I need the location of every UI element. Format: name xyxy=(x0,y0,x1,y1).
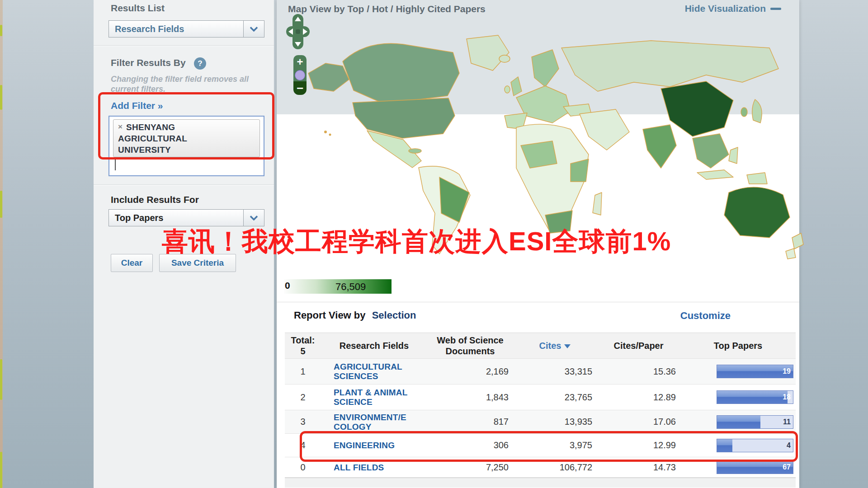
report-title-selection: Selection xyxy=(372,310,416,321)
divider xyxy=(94,184,274,185)
filter-note: Changing the filter field removes all cu… xyxy=(111,74,269,94)
pan-left-icon[interactable] xyxy=(288,28,293,35)
top-papers-cell: 11 xyxy=(680,410,796,433)
col-header-cites[interactable]: Cites xyxy=(513,333,597,358)
docs-cell: 817 xyxy=(427,410,513,433)
col-header-research-fields[interactable]: Research Fields xyxy=(321,333,427,358)
top-papers-cell: 18 xyxy=(680,385,796,410)
annotation-rect-filter xyxy=(98,92,274,160)
chevron-down-icon xyxy=(250,212,258,221)
include-results-selected-value: Top Papers xyxy=(109,213,243,223)
field-cell: AGRICULTURALSCIENCES xyxy=(321,359,427,384)
photo-edge-artifact xyxy=(0,359,2,400)
scale-max-label: 76,509 xyxy=(335,281,366,293)
include-results-heading: Include Results For xyxy=(111,194,199,205)
top-papers-value: 67 xyxy=(783,463,791,471)
hide-visualization-label: Hide Visualization xyxy=(685,3,766,14)
table-row: 3 ENVIRONMENT/ECOLOGY 817 13,935 17.06 1… xyxy=(285,410,796,434)
table-row: 1 AGRICULTURALSCIENCES 2,169 33,315 15.3… xyxy=(285,359,796,385)
col-header-total: Total:5 xyxy=(285,333,321,358)
top-papers-bar: 18 xyxy=(717,390,793,404)
annotation-rect-engineering-row xyxy=(300,431,798,462)
table-footer xyxy=(285,478,796,488)
chevron-down-icon xyxy=(250,23,258,32)
customize-link[interactable]: Customize xyxy=(680,310,731,322)
top-papers-bar: 19 xyxy=(717,365,793,378)
photo-edge-artifact xyxy=(0,25,2,36)
table-row: 2 PLANT & ANIMALSCIENCE 1,843 23,765 12.… xyxy=(285,385,796,410)
top-papers-cell: 19 xyxy=(680,359,796,384)
results-list-selected-value: Research Fields xyxy=(109,24,243,34)
scale-min-label: 0 xyxy=(285,280,290,291)
cites-per-paper-cell: 17.06 xyxy=(597,410,680,433)
text-cursor xyxy=(115,158,116,170)
results-list-heading: Results List xyxy=(111,3,165,14)
top-papers-value: 11 xyxy=(783,418,791,426)
minimize-icon xyxy=(770,8,781,10)
top-papers-bar: 67 xyxy=(717,460,793,474)
announcement-banner-text: 喜讯！我校工程学科首次进入ESI全球前1% xyxy=(162,224,671,259)
sort-descending-icon xyxy=(564,344,571,348)
table-header-row: Total:5 Research Fields Web of ScienceDo… xyxy=(285,333,796,359)
help-icon[interactable]: ? xyxy=(194,57,206,70)
research-field-link[interactable]: ALL FIELDS xyxy=(334,463,384,472)
divider xyxy=(277,302,799,302)
top-papers-value: 19 xyxy=(783,367,791,375)
cites-cell: 23,765 xyxy=(513,385,597,410)
include-results-dropdown-button[interactable] xyxy=(243,210,264,226)
cites-cell: 33,315 xyxy=(513,359,597,384)
photo-edge-artifact xyxy=(0,85,2,110)
photo-edge-artifact xyxy=(0,191,2,218)
map-view-title: Map View by Top / Hot / Highly Cited Pap… xyxy=(288,4,486,14)
rank-cell: 3 xyxy=(285,410,321,433)
report-table: Total:5 Research Fields Web of ScienceDo… xyxy=(285,333,796,488)
pan-up-icon[interactable] xyxy=(295,17,301,21)
docs-cell: 1,843 xyxy=(427,385,513,410)
report-title-prefix: Report View by xyxy=(294,310,366,321)
rank-cell: 2 xyxy=(285,385,321,410)
top-papers-bar: 11 xyxy=(717,415,793,429)
docs-cell: 2,169 xyxy=(427,359,513,384)
field-cell: ENVIRONMENT/ECOLOGY xyxy=(321,410,427,433)
col-header-top-papers[interactable]: Top Papers xyxy=(680,333,796,358)
photo-edge-strip xyxy=(0,0,3,488)
clear-button[interactable]: Clear xyxy=(111,254,153,272)
cites-per-paper-cell: 15.36 xyxy=(597,359,680,384)
col-header-cites-per-paper[interactable]: Cites/Paper xyxy=(597,333,680,358)
cites-per-paper-cell: 12.89 xyxy=(597,385,680,410)
col-header-wos-documents[interactable]: Web of ScienceDocuments xyxy=(427,333,513,358)
filter-results-heading: Filter Results By xyxy=(111,57,186,68)
report-view-title: Report View by Selection xyxy=(294,310,416,321)
results-list-dropdown-button[interactable] xyxy=(243,21,264,37)
hide-visualization-link[interactable]: Hide Visualization xyxy=(685,3,781,14)
divider xyxy=(94,45,274,46)
cites-cell: 13,935 xyxy=(513,410,597,433)
photo-edge-artifact xyxy=(0,452,2,488)
research-field-link[interactable]: PLANT & ANIMALSCIENCE xyxy=(334,388,408,407)
research-field-link[interactable]: AGRICULTURALSCIENCES xyxy=(334,362,402,381)
results-list-select[interactable]: Research Fields xyxy=(108,20,264,38)
top-papers-value: 18 xyxy=(783,393,791,401)
research-field-link[interactable]: ENVIRONMENT/ECOLOGY xyxy=(334,413,406,432)
rank-cell: 1 xyxy=(285,359,321,384)
field-cell: PLANT & ANIMALSCIENCE xyxy=(321,385,427,410)
